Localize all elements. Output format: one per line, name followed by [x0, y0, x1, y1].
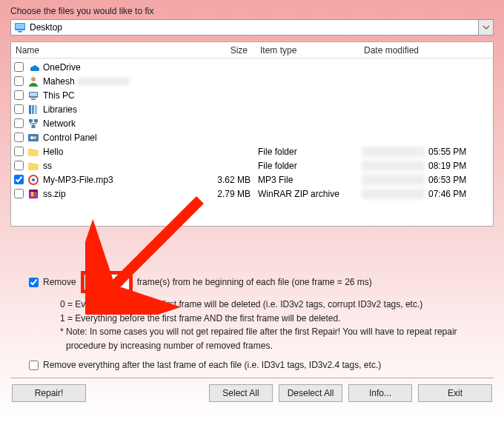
- col-header-name[interactable]: Name: [11, 43, 204, 58]
- svg-point-15: [33, 136, 36, 139]
- redacted-date: [362, 147, 425, 157]
- network-icon: [27, 118, 39, 130]
- file-type: MP3 File: [258, 175, 362, 185]
- separator: [10, 378, 494, 378]
- file-name: Network: [43, 118, 206, 129]
- remove-frames-label-after: frame(s) from he beginning of each file …: [137, 277, 372, 287]
- svg-rect-8: [32, 105, 34, 114]
- location-bar: Desktop: [10, 19, 494, 36]
- file-name: ss.zip: [43, 189, 206, 199]
- file-checkbox[interactable]: [14, 76, 24, 86]
- svg-rect-22: [31, 192, 33, 196]
- svg-rect-9: [35, 105, 37, 114]
- svg-rect-5: [30, 93, 37, 96]
- file-name: Mahesh: [43, 76, 206, 87]
- help-line: procedure by increasing number of remove…: [60, 339, 494, 353]
- svg-rect-7: [29, 105, 31, 114]
- file-type: File folder: [258, 161, 362, 171]
- thispc-icon: [27, 90, 39, 101]
- dialog-root: Choose the files you would like to fix D…: [0, 0, 504, 422]
- file-checkbox[interactable]: [14, 62, 24, 72]
- chevron-down-icon: [483, 25, 490, 30]
- location-field[interactable]: Desktop: [10, 19, 479, 36]
- exit-button[interactable]: Exit: [418, 384, 492, 402]
- file-checkbox[interactable]: [14, 90, 24, 100]
- remove-frames-checkbox[interactable]: [29, 278, 39, 287]
- file-row[interactable]: This PC: [11, 88, 493, 102]
- location-dropdown-button[interactable]: [479, 19, 494, 36]
- redacted-text: [77, 77, 129, 86]
- file-time: 06:53 PM: [428, 175, 466, 185]
- file-row[interactable]: ss.zip2.79 MBWinRAR ZIP archive07:46 PM: [11, 187, 493, 201]
- file-row[interactable]: ssFile folder08:19 PM: [11, 158, 493, 173]
- help-line: * Note: In some cases you will not get r…: [60, 325, 494, 339]
- svg-point-14: [30, 136, 33, 139]
- info-button[interactable]: Info...: [348, 384, 412, 402]
- svg-rect-10: [29, 119, 33, 122]
- file-row[interactable]: My-MP3-File.mp33.62 MBMP3 File06:53 PM: [11, 173, 493, 187]
- svg-rect-12: [32, 125, 36, 128]
- file-time: 08:19 PM: [428, 161, 466, 171]
- list-header: Name Size Item type Date modified: [11, 42, 493, 58]
- file-row[interactable]: Control Panel: [11, 130, 493, 144]
- file-row[interactable]: HelloFile folder05:55 PM: [11, 144, 493, 158]
- libraries-icon: [27, 104, 39, 115]
- folder-icon: [27, 160, 39, 172]
- deselect-all-button[interactable]: Deselect All: [279, 384, 342, 402]
- redacted-date: [362, 161, 425, 171]
- remove-after-checkbox[interactable]: [29, 361, 39, 370]
- file-row[interactable]: Mahesh: [11, 74, 493, 88]
- file-name: Libraries: [43, 104, 206, 115]
- col-header-date[interactable]: Date modified: [359, 43, 493, 58]
- repair-button[interactable]: Repair!: [12, 384, 86, 402]
- file-row[interactable]: Network: [11, 116, 493, 130]
- file-checkbox[interactable]: [14, 175, 24, 184]
- file-row[interactable]: Libraries: [11, 102, 493, 116]
- file-checkbox[interactable]: [14, 118, 24, 128]
- file-name: Control Panel: [43, 133, 206, 143]
- instruction-label: Choose the files you would like to fix: [10, 6, 494, 16]
- svg-rect-21: [30, 190, 37, 192]
- control-icon: [27, 132, 39, 144]
- file-list-panel: Name Size Item type Date modified OneDri…: [10, 41, 494, 227]
- help-line: 1 = Everything before the first frame AN…: [60, 312, 494, 326]
- frames-spinner-highlight: [81, 271, 133, 293]
- help-line: 0 = Everything before the first frame wi…: [60, 298, 494, 312]
- select-all-button[interactable]: Select All: [209, 384, 273, 402]
- col-header-size[interactable]: Size: [204, 43, 256, 58]
- col-header-type[interactable]: Item type: [256, 43, 359, 58]
- file-checkbox[interactable]: [14, 133, 24, 142]
- file-checkbox[interactable]: [14, 161, 24, 170]
- svg-rect-6: [31, 98, 36, 100]
- file-name: Hello: [43, 147, 206, 157]
- file-type: File folder: [258, 147, 362, 157]
- file-size: 2.79 MB: [206, 189, 258, 199]
- frames-spinner[interactable]: [84, 274, 130, 290]
- file-time: 07:46 PM: [428, 189, 466, 199]
- file-row[interactable]: OneDrive: [11, 60, 493, 74]
- remove-frames-label-before: Remove: [43, 277, 76, 287]
- mp3-icon: [27, 174, 39, 186]
- zip-icon: [27, 188, 39, 200]
- redacted-date: [362, 189, 425, 199]
- redacted-date: [362, 175, 425, 185]
- svg-rect-1: [16, 24, 24, 29]
- help-text: 0 = Everything before the first frame wi…: [60, 298, 494, 352]
- file-checkbox[interactable]: [14, 147, 24, 156]
- options-area: Remove frame(s) from he beginning of eac…: [10, 271, 494, 370]
- remove-frames-row: Remove frame(s) from he beginning of eac…: [29, 271, 494, 293]
- svg-point-3: [31, 77, 36, 81]
- file-checkbox[interactable]: [14, 189, 24, 198]
- onedrive-icon: [27, 61, 39, 73]
- file-time: 05:55 PM: [428, 147, 466, 157]
- file-rows: OneDriveMaheshThis PCLibrariesNetworkCon…: [11, 58, 493, 202]
- svg-rect-11: [34, 119, 38, 122]
- file-name: My-MP3-File.mp3: [43, 175, 206, 185]
- desktop-icon: [14, 21, 26, 33]
- file-size: 3.62 MB: [206, 175, 258, 185]
- folder-icon: [27, 146, 39, 158]
- file-name: This PC: [43, 90, 206, 101]
- file-checkbox[interactable]: [14, 104, 24, 114]
- file-name: OneDrive: [43, 62, 206, 73]
- file-name: ss: [43, 161, 206, 171]
